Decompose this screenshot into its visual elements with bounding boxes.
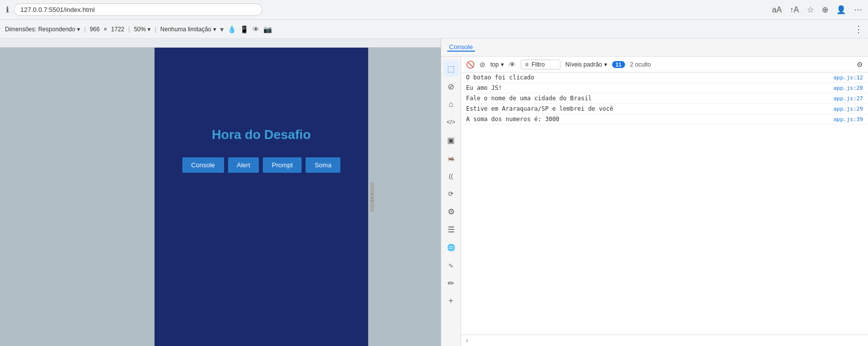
dimensions-select[interactable]: Dimensões: Respondendo ▾ <box>5 26 80 33</box>
message-count-badge: 11 <box>612 61 625 68</box>
level-select[interactable]: Níveis padrão ▾ <box>565 61 607 68</box>
top-select[interactable]: top ▾ <box>490 61 504 68</box>
ruler-area: Hora do Desafio Console Alert Prompt Som… <box>0 39 441 346</box>
site-buttons: Console Alert Prompt Soma <box>182 157 340 173</box>
console-messages: O botao foi clicado app.js:12 Eu amo JS!… <box>461 72 868 335</box>
console-message-1: O botao foi clicado app.js:12 <box>461 72 868 83</box>
height-value: 1722 <box>111 26 125 33</box>
ruler-horizontal <box>0 39 441 48</box>
devtools-body: ⬚ ⊘ ⌂ </> ▣ 🦗 (( ⟳ ⚙ ☰ 🌐 ∿ ✏ + 🚫 <box>441 57 868 346</box>
top-label: top <box>490 61 499 68</box>
console-message-4: Estive em Araraquara/SP e lembrei de voc… <box>461 104 868 114</box>
toolbar-separator: | <box>84 26 85 33</box>
browser-chrome: ℹ 127.0.0.7:5501/index.html aA ↑A ☆ ⊕ 👤 … <box>0 0 868 20</box>
responsive-toolbar: Dimensões: Respondendo ▾ | 966 × 1722 | … <box>0 20 868 39</box>
message-source-2[interactable]: app.js:20 <box>833 85 863 91</box>
frame-sidebar-icon[interactable]: ☰ <box>443 221 459 237</box>
limit-label: Nenhuma limitação <box>160 26 212 33</box>
dropdown-icon[interactable]: ▾ <box>220 25 224 33</box>
screenshot-sidebar-icon[interactable]: ▣ <box>443 132 459 148</box>
message-text-1: O botao foi clicado <box>466 74 833 81</box>
url-text: 127.0.0.7:5501/index.html <box>20 6 95 13</box>
site-title: Hora do Desafio <box>212 127 311 142</box>
menu-icon[interactable]: ⋯ <box>854 5 862 14</box>
website-preview: Hora do Desafio Console Alert Prompt Som… <box>155 48 368 346</box>
device-icon[interactable]: 📱 <box>240 25 248 33</box>
clear-console-icon[interactable]: 🚫 <box>466 61 474 69</box>
level-chevron: ▾ <box>604 61 607 68</box>
console-message-5: A soma dos numeros é: 3000 app.js:39 <box>461 114 868 125</box>
console-settings-icon[interactable]: ⚙ <box>857 61 863 69</box>
eye-console-icon[interactable]: 👁 <box>509 61 516 69</box>
message-source-5[interactable]: app.js:39 <box>833 116 863 123</box>
filter-toggle-icon[interactable]: ⊘ <box>479 61 485 69</box>
level-label: Níveis padrão <box>565 61 602 68</box>
devtools-panel: Console ⬚ ⊘ ⌂ </> ▣ 🦗 (( ⟳ ⚙ ☰ 🌐 ∿ ✏ + <box>441 39 868 346</box>
message-text-4: Estive em Araraquara/SP e lembrei de voc… <box>466 105 833 112</box>
add-sidebar-icon[interactable]: + <box>443 293 459 309</box>
prompt-button[interactable]: Prompt <box>263 157 302 173</box>
wifi-sidebar-icon[interactable]: (( <box>443 168 459 184</box>
console-panel: 🚫 ⊘ top ▾ 👁 ≡ Filtro Níveis padrão ▾ <box>461 57 868 346</box>
home-sidebar-icon[interactable]: ⌂ <box>443 96 459 112</box>
main-area: Hora do Desafio Console Alert Prompt Som… <box>0 39 868 346</box>
code-sidebar-icon[interactable]: </> <box>443 114 459 130</box>
message-text-5: A soma dos numeros é: 3000 <box>466 116 833 123</box>
console-message-2: Eu amo JS! app.js:20 <box>461 83 868 93</box>
limit-chevron: ▾ <box>213 26 216 33</box>
message-source-3[interactable]: app.js:27 <box>833 95 863 102</box>
bug-sidebar-icon[interactable]: 🦗 <box>443 150 459 166</box>
soma-button[interactable]: Soma <box>306 157 340 173</box>
console-button[interactable]: Console <box>182 157 224 173</box>
page-area: Hora do Desafio Console Alert Prompt Som… <box>0 48 441 346</box>
toolbar-separator2: | <box>128 26 130 33</box>
inspect-icon[interactable]: ⬚ <box>443 61 459 76</box>
profile-icon[interactable]: 👤 <box>836 5 846 14</box>
paint-sidebar-icon[interactable]: ✏ <box>443 275 459 291</box>
browser-actions: aA ↑A ☆ ⊕ 👤 ⋯ <box>772 5 862 14</box>
toolbar-separator3: | <box>155 26 156 33</box>
perf-sidebar-icon[interactable]: ⟳ <box>443 186 459 202</box>
console-message-3: Fale o nome de uma cidade do Brasil app.… <box>461 93 868 104</box>
console-prompt-icon: › <box>466 337 468 344</box>
console-input-row[interactable]: › <box>461 335 868 346</box>
message-source-4[interactable]: app.js:29 <box>833 106 863 112</box>
console-input[interactable] <box>471 337 863 344</box>
filter-input[interactable]: ≡ Filtro <box>521 60 560 69</box>
zoom-chevron: ▾ <box>148 26 151 33</box>
width-value: 966 <box>90 26 100 33</box>
eyedropper-icon[interactable]: 💧 <box>228 25 236 33</box>
reader-icon[interactable]: aA <box>772 5 782 14</box>
zoom-label: 50% <box>134 26 146 33</box>
message-text-2: Eu amo JS! <box>466 84 833 91</box>
toolbar-left: Dimensões: Respondendo ▾ | 966 × 1722 | … <box>5 25 849 33</box>
extensions-icon[interactable]: ⊕ <box>822 5 828 14</box>
more-options-icon[interactable]: ⋮ <box>854 24 863 35</box>
message-source-1[interactable]: app.js:12 <box>833 74 863 81</box>
tab-console[interactable]: Console <box>447 43 475 52</box>
dimensions-chevron: ▾ <box>77 26 80 33</box>
limit-select[interactable]: Nenhuma limitação ▾ <box>160 26 217 33</box>
filter-icon: ≡ <box>525 61 529 68</box>
top-chevron: ▾ <box>501 61 504 68</box>
info-icon: ℹ <box>6 5 9 14</box>
devtools-header: Console <box>441 39 868 57</box>
filter-label: Filtro <box>532 61 545 68</box>
resize-handle[interactable] <box>370 182 374 212</box>
address-bar[interactable]: 127.0.0.7:5501/index.html <box>14 3 262 16</box>
zoom-select[interactable]: 50% ▾ <box>134 26 151 33</box>
settings-sidebar-icon[interactable]: ⚙ <box>443 204 459 219</box>
devtools-sidebar: ⬚ ⊘ ⌂ </> ▣ 🦗 (( ⟳ ⚙ ☰ 🌐 ∿ ✏ + <box>441 57 461 346</box>
message-text-3: Fale o nome de uma cidade do Brasil <box>466 95 833 102</box>
translate-icon[interactable]: ↑A <box>789 5 799 14</box>
cursor-block-icon[interactable]: ⊘ <box>443 78 459 94</box>
cross-symbol: × <box>104 26 107 33</box>
network-sidebar-icon[interactable]: 🌐 <box>443 239 459 255</box>
eye-icon[interactable]: 👁 <box>252 25 259 33</box>
waveform-sidebar-icon[interactable]: ∿ <box>443 257 459 273</box>
console-toolbar: 🚫 ⊘ top ▾ 👁 ≡ Filtro Níveis padrão ▾ <box>461 57 868 72</box>
screenshot-toolbar-icon[interactable]: 📷 <box>263 25 272 33</box>
alert-button[interactable]: Alert <box>228 157 259 173</box>
bookmark-icon[interactable]: ☆ <box>807 5 814 14</box>
hidden-count: 2 oculto <box>630 61 651 68</box>
